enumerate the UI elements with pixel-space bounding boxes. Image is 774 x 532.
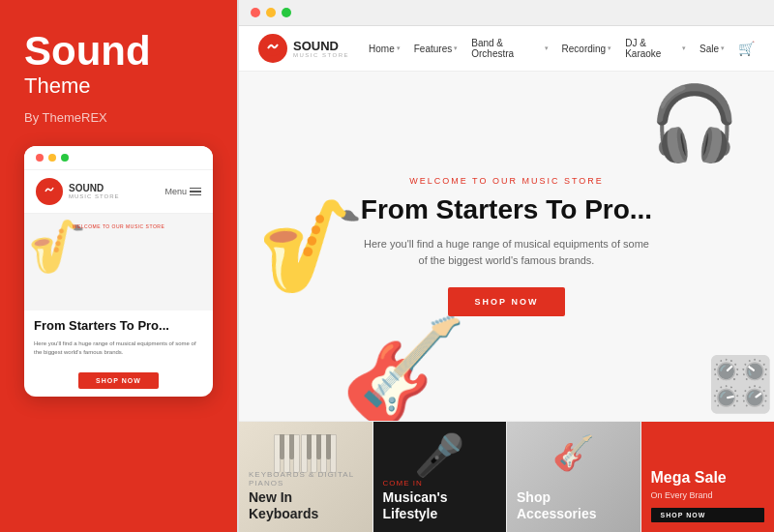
site-logo-name: SOUND [293,40,349,52]
mobile-btn-area: SHOP NOW [24,365,213,397]
hamburger-icon [190,188,201,196]
mobile-preview: SOUND MUSIC STORE Menu 🎷 WELCOME TO OUR … [24,146,213,397]
nav-features[interactable]: Features ▾ [414,44,458,54]
nav-home[interactable]: Home ▾ [369,44,401,54]
mobile-hero-content: From Starters To Pro... Here you'll find… [24,310,213,357]
mobile-logo: SOUND MUSIC STORE [36,178,120,205]
mobile-logo-tagline: MUSIC STORE [69,193,120,199]
cart-icon[interactable]: 🛒 [738,41,755,56]
mobile-welcome-badge: WELCOME TO OUR MUSIC STORE [73,223,165,229]
keyboard-visual [239,427,372,473]
theme-by: By ThemeREX [24,110,107,125]
mobile-logo-text-wrap: SOUND MUSIC STORE [69,184,120,199]
category-accessories[interactable]: 🎸 Shop Accessories [507,422,641,532]
mega-sale-button[interactable]: SHOP NOW [651,508,765,522]
hero-content: WELCOME TO OUR MUSIC STORE From Starters… [239,176,774,316]
nav-band[interactable]: Band & Orchestra ▾ [471,38,548,59]
recording-arrow: ▾ [608,44,611,52]
category-sale[interactable]: Mega Sale On Every Brand SHOP NOW [641,422,775,532]
hero-shop-button[interactable]: SHOP NOW [448,287,566,316]
home-arrow: ▾ [397,44,401,52]
site-logo-text: SOUND MUSIC STORE [293,40,349,58]
svg-point-0 [43,185,56,198]
category-keyboards[interactable]: Keyboards & Digital Pianos New In Keyboa… [239,422,373,532]
browser-bar [239,0,774,26]
hero-title: From Starters To Pro... [258,193,755,226]
mobile-card-header [24,146,213,170]
site-nav: SOUND MUSIC STORE Home ▾ Features ▾ Band… [239,26,774,72]
mobile-menu-label: Menu [164,187,187,196]
hero-section: 🎷 🎸 🎧 🎛️ WELCOME TO OUR MUSIC STORE From… [239,72,774,421]
accessories-label-main: Shop Accessories [517,489,631,522]
mega-sale-title: Mega Sale [651,468,765,487]
browser-dot-green [282,8,291,17]
keyboards-label-main: New In Keyboards [249,489,363,522]
mobile-hero-desc: Here you'll find a huge range of musical… [34,340,203,357]
keyboards-label-top: Keyboards & Digital Pianos [249,470,363,488]
mobile-logo-name: SOUND [69,184,120,193]
guitar-image: 🎸 [341,311,467,421]
site-logo-icon [258,34,287,63]
accessories-icon: 🎸 [552,433,595,473]
mobile-shop-button[interactable]: SHOP NOW [78,372,159,389]
mobile-hero-title: From Starters To Pro... [34,318,203,335]
sale-arrow: ▾ [721,44,725,52]
browser-dot-yellow [266,8,276,17]
nav-sale[interactable]: Sale ▾ [700,44,725,54]
features-arrow: ▾ [454,44,458,52]
dj-arrow: ▾ [682,44,686,52]
dot-yellow [48,154,56,162]
mobile-hero: 🎷 WELCOME TO OUR MUSIC STORE [24,214,213,310]
nav-dj[interactable]: DJ & Karaoke ▾ [625,38,686,59]
category-lifestyle[interactable]: 🎤 Come In Musican's Lifestyle [373,422,508,532]
microphone-icon: 🎤 [414,431,464,479]
mobile-nav: SOUND MUSIC STORE Menu [24,170,213,214]
nav-recording[interactable]: Recording ▾ [562,44,612,54]
site-logo-tagline: MUSIC STORE [293,52,349,58]
right-panel: SOUND MUSIC STORE Home ▾ Features ▾ Band… [237,0,774,532]
left-panel: Sound Theme By ThemeREX SOUND MUSIC STOR… [0,0,237,532]
website-preview: SOUND MUSIC STORE Home ▾ Features ▾ Band… [239,26,774,532]
band-arrow: ▾ [545,44,549,52]
mixer-image: 🎛️ [707,353,774,416]
site-nav-links: Home ▾ Features ▾ Band & Orchestra ▾ Rec… [369,38,755,59]
mega-sale-subtitle: On Every Brand [651,490,765,500]
headphones-image: 🎧 [649,81,740,166]
mobile-logo-icon [36,178,63,205]
theme-subtitle: Theme [24,74,90,99]
lifestyle-label-main: Musican's Lifestyle [383,489,497,522]
dot-green [61,154,69,162]
theme-title: Sound [24,29,151,74]
browser-dot-red [251,8,260,17]
category-strip: Keyboards & Digital Pianos New In Keyboa… [239,421,774,532]
svg-point-1 [265,41,281,56]
hero-welcome-text: WELCOME TO OUR MUSIC STORE [258,176,755,186]
site-logo: SOUND MUSIC STORE [258,34,349,63]
lifestyle-label-top: Come In [383,479,497,488]
hero-description: Here you'll find a huge range of musical… [258,236,755,270]
mobile-menu-button[interactable]: Menu [164,187,201,196]
dot-red [36,154,44,162]
